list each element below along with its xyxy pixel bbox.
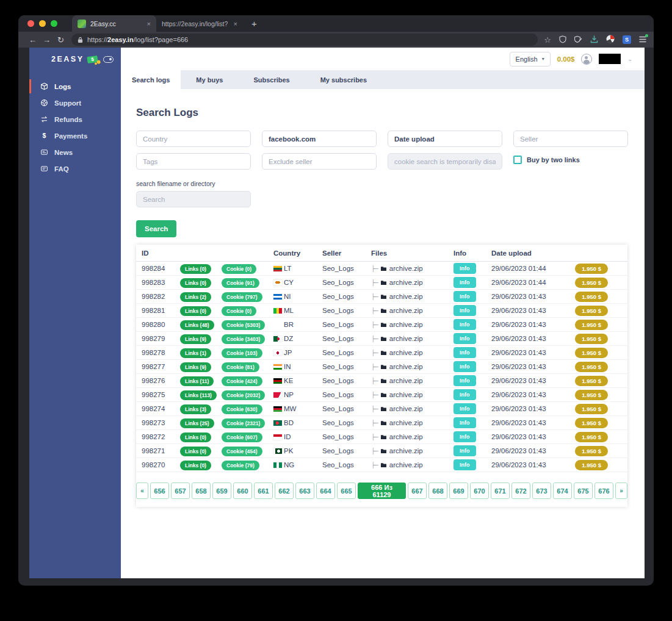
tab-close-icon[interactable]: × (147, 20, 151, 27)
file-name[interactable]: archive.zip (389, 433, 423, 440)
table-row[interactable]: 998274 Links (3) Cookie (630) MW Seo_Log… (136, 402, 627, 416)
minimize-window-button[interactable] (39, 20, 46, 27)
file-name[interactable]: archive.zip (389, 377, 423, 384)
exclude-seller-input[interactable] (262, 153, 377, 170)
info-button[interactable]: Info (453, 389, 476, 400)
info-button[interactable]: Info (453, 305, 476, 316)
page-button[interactable]: 659 (212, 483, 231, 499)
tags-input[interactable] (136, 153, 251, 170)
maximize-window-button[interactable] (51, 20, 57, 27)
cookie-badge[interactable]: Cookie (79) (222, 461, 259, 470)
info-button[interactable]: Info (453, 375, 476, 386)
links-badge[interactable]: Links (25) (180, 418, 214, 428)
links-badge[interactable]: Links (3) (180, 404, 211, 414)
info-button[interactable]: Info (453, 445, 476, 456)
buy-two-links-checkbox[interactable] (513, 156, 522, 164)
page-button[interactable]: 662 (275, 483, 294, 499)
price-badge[interactable]: 1.950 $ (575, 334, 608, 344)
page-button[interactable]: 656 (150, 483, 169, 499)
info-button[interactable]: Info (453, 263, 476, 274)
sidebar-item-faq[interactable]: FAQ (29, 160, 121, 177)
cookie-badge[interactable]: Cookie (607) (222, 433, 262, 442)
info-button[interactable]: Info (453, 319, 476, 330)
user-menu-chevron-icon[interactable]: ⌄ (627, 56, 632, 62)
info-button[interactable]: Info (453, 431, 476, 442)
table-row[interactable]: 998271 Links (0) Cookie (454) PK Seo_Log… (136, 444, 627, 458)
avatar[interactable] (581, 54, 592, 65)
price-badge[interactable]: 1.950 $ (575, 446, 608, 456)
price-badge[interactable]: 1.950 $ (575, 432, 608, 442)
browser-tab-background[interactable]: https://2easy.in/log/list?country%5B × (156, 15, 243, 32)
links-badge[interactable]: Links (0) (180, 447, 211, 456)
file-name[interactable]: archive.zip (389, 447, 423, 454)
file-name[interactable]: archive.zip (389, 265, 423, 272)
tab-my-subscribes[interactable]: My subscribes (305, 70, 382, 89)
links-badge[interactable]: Links (1) (180, 348, 211, 358)
links-badge[interactable]: Links (48) (180, 320, 214, 330)
file-name[interactable]: archive.zip (389, 307, 423, 314)
page-button[interactable]: 669 (449, 483, 468, 499)
cookie-badge[interactable]: Cookie (797) (222, 292, 262, 302)
price-badge[interactable]: 1.950 $ (575, 348, 608, 358)
page-current-button[interactable]: 666 Из 61129 (358, 483, 406, 499)
tab-close-icon[interactable]: × (234, 20, 237, 27)
price-badge[interactable]: 1.950 $ (575, 306, 608, 316)
cookie-badge[interactable]: Cookie (424) (222, 376, 262, 386)
table-row[interactable]: 998283 Links (0) Cookie (91) CY Seo_Logs… (136, 276, 627, 290)
theme-toggle-icon[interactable] (103, 56, 114, 63)
page-next-button[interactable]: » (615, 483, 627, 499)
price-badge[interactable]: 1.950 $ (575, 390, 608, 400)
table-row[interactable]: 998276 Links (11) Cookie (424) KE Seo_Lo… (136, 374, 627, 388)
table-row[interactable]: 998270 Links (0) Cookie (79) NG Seo_Logs… (136, 458, 627, 472)
file-name[interactable]: archive.zip (389, 335, 423, 342)
file-name[interactable]: archive.zip (389, 405, 423, 412)
links-badge[interactable]: Links (0) (180, 461, 211, 470)
table-row[interactable]: 998278 Links (1) Cookie (103) JP Seo_Log… (136, 346, 627, 360)
url-bar[interactable]: https://2easy.in/log/list?page=666 (71, 34, 538, 46)
sidebar-item-support[interactable]: Support (29, 95, 121, 111)
info-button[interactable]: Info (453, 417, 476, 428)
price-badge[interactable]: 1.950 $ (575, 278, 608, 288)
table-row[interactable]: 998277 Links (9) Cookie (81) IN Seo_Logs… (136, 360, 627, 374)
cookie-badge[interactable]: Cookie (2321) (222, 418, 265, 428)
links-badge[interactable]: Links (0) (180, 264, 211, 274)
balance-amount[interactable]: 0.00$ (557, 56, 575, 63)
date-upload-input[interactable] (388, 131, 502, 147)
cookie-badge[interactable]: Cookie (0) (222, 306, 256, 316)
file-name[interactable]: archive.zip (389, 461, 423, 468)
shield-icon[interactable] (559, 35, 566, 45)
page-button[interactable]: 658 (192, 483, 211, 499)
page-button[interactable]: 671 (491, 483, 510, 499)
sidebar-item-payments[interactable]: $ Payments (29, 127, 121, 144)
tab-my-buys[interactable]: My buys (181, 70, 238, 89)
info-button[interactable]: Info (453, 333, 476, 344)
price-badge[interactable]: 1.950 $ (575, 418, 608, 428)
price-badge[interactable]: 1.950 $ (575, 376, 608, 386)
table-row[interactable]: 998282 Links (2) Cookie (797) NI Seo_Log… (136, 290, 627, 304)
page-button[interactable]: 661 (254, 483, 273, 499)
link-input[interactable] (262, 131, 377, 147)
country-input[interactable] (136, 131, 251, 147)
cookie-badge[interactable]: Cookie (630) (222, 404, 262, 414)
page-button[interactable]: 670 (470, 483, 489, 499)
cookie-badge[interactable]: Cookie (103) (222, 348, 262, 358)
bookmark-star-icon[interactable]: ☆ (544, 36, 551, 44)
file-name[interactable]: archive.zip (389, 391, 423, 398)
page-button[interactable]: 663 (295, 483, 314, 499)
page-button[interactable]: 657 (171, 483, 190, 499)
extension-globe-icon[interactable] (606, 35, 615, 45)
links-badge[interactable]: Links (113) (180, 390, 217, 400)
language-select[interactable]: English ▾ (510, 52, 551, 66)
close-window-button[interactable] (27, 20, 34, 27)
browser-tab-active[interactable]: 2Easy.cc × (72, 15, 156, 32)
price-badge[interactable]: 1.950 $ (575, 404, 608, 414)
download-icon[interactable] (590, 35, 598, 45)
price-badge[interactable]: 1.950 $ (575, 264, 608, 274)
price-badge[interactable]: 1.950 $ (575, 362, 608, 372)
links-badge[interactable]: Links (11) (180, 376, 214, 386)
links-badge[interactable]: Links (0) (180, 433, 211, 442)
page-button[interactable]: 664 (316, 483, 335, 499)
table-row[interactable]: 998279 Links (9) Cookie (3403) DZ Seo_Lo… (136, 332, 627, 346)
file-name[interactable]: archive.zip (389, 363, 423, 370)
price-badge[interactable]: 1.950 $ (575, 320, 608, 330)
